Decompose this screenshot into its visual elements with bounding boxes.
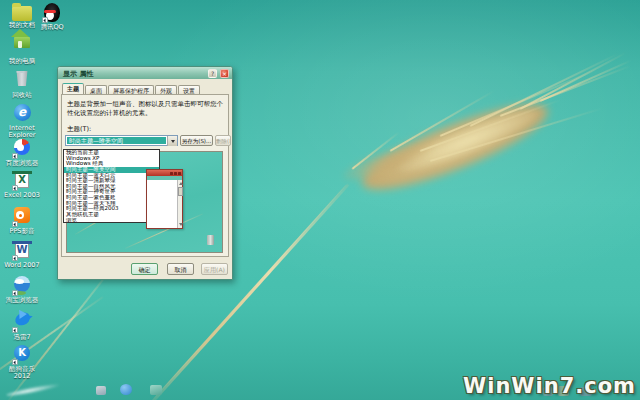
preview-recycle-bin-icon	[207, 235, 214, 245]
desktop-icon-taobao-browser[interactable]: 淘宝浏览器	[0, 276, 44, 304]
desktop-icon-internet-explorer[interactable]: e Internet Explorer	[0, 104, 44, 139]
shortcut-arrow-icon	[12, 221, 18, 227]
desktop-icon-kugou[interactable]: K 酷狗音乐 2012	[0, 345, 44, 380]
desktop-icon-label: Excel 2003	[0, 192, 44, 199]
apply-button: 应用(A)	[201, 263, 228, 275]
sample-minimize-icon	[170, 172, 173, 175]
desktop-icon-label: 腾讯QQ	[30, 24, 74, 31]
quick-launch-icon-3[interactable]	[150, 385, 162, 395]
desktop-icon-label: 百度浏览器	[0, 160, 44, 167]
ok-button[interactable]: 确定	[131, 263, 158, 275]
close-button[interactable]: ×	[220, 69, 229, 78]
desktop-icon-label: Internet Explorer	[0, 125, 44, 139]
shortcut-arrow-icon	[12, 255, 18, 261]
desktop-icon-label: 淘宝浏览器	[0, 297, 44, 304]
desktop-icon-label: PPS影音	[0, 228, 44, 235]
preview-sample-window	[146, 169, 183, 229]
theme-combobox-value: 时尚主题—唯美空间	[67, 137, 166, 144]
shortcut-arrow-icon	[12, 359, 18, 365]
shortcut-arrow-icon	[12, 327, 18, 333]
quick-launch-icon-1[interactable]	[96, 386, 106, 395]
desktop-icon-label: 迅雷7	[0, 334, 44, 341]
recycle-bin-icon	[16, 71, 29, 86]
internet-explorer-icon: e	[14, 104, 31, 121]
scroll-down-icon	[179, 223, 183, 226]
delete-button: 删除(D)	[215, 135, 231, 146]
display-properties-dialog: 显示 属性 ? × 主题 桌面 屏幕保护程序 外观 设置 主题是背景加一组声音、…	[57, 66, 233, 280]
desktop-icon-pps[interactable]: PPS影音	[0, 207, 44, 235]
desktop-icon-recycle-bin[interactable]: 回收站	[0, 71, 44, 99]
chevron-down-icon[interactable]	[167, 136, 177, 146]
dialog-titlebar[interactable]: 显示 属性 ? ×	[58, 67, 232, 79]
desktop-icon-xunlei[interactable]: 迅雷7	[0, 311, 44, 341]
sample-maximize-icon	[174, 172, 177, 175]
shortcut-arrow-icon	[12, 185, 18, 191]
desktop-icon-label: 回收站	[0, 92, 44, 99]
desktop-icon-label: 我的电脑	[0, 58, 44, 65]
desktop-icon-label: Word 2007	[0, 262, 44, 269]
desktop-icon-my-computer[interactable]: 我的电脑	[0, 37, 44, 65]
desktop-icon-excel[interactable]: X Excel 2003	[0, 171, 44, 199]
dialog-title: 显示 属性	[63, 69, 93, 79]
help-button[interactable]: ?	[208, 69, 217, 78]
wheat-awn	[540, 59, 632, 101]
desktop-icon-baidu-browser[interactable]: 百度浏览器	[0, 139, 44, 167]
save-as-button[interactable]: 另存为(S)...	[180, 135, 213, 146]
theme-label: 主题(T):	[67, 125, 91, 134]
sample-window-scrollbar	[177, 180, 182, 228]
wheat-awn	[520, 52, 627, 110]
xunlei-icon	[13, 311, 31, 326]
quick-launch-icon-2[interactable]	[120, 384, 132, 395]
desktop-icon-qq[interactable]: 腾讯QQ	[30, 3, 74, 31]
shortcut-arrow-icon	[12, 153, 18, 159]
theme-combobox[interactable]: 时尚主题—唯美空间	[65, 135, 178, 146]
dropdown-item[interactable]: 浏览	[64, 218, 159, 223]
desktop-icon-word[interactable]: W Word 2007	[0, 241, 44, 269]
my-computer-icon	[14, 37, 30, 48]
sample-close-icon	[178, 172, 181, 175]
scroll-thumb	[178, 187, 183, 196]
cancel-button[interactable]: 取消	[167, 263, 194, 275]
my-documents-icon	[12, 6, 32, 21]
desktop-icon-label: 酷狗音乐 2012	[0, 366, 44, 380]
shortcut-arrow-icon	[42, 17, 48, 23]
shortcut-arrow-icon	[12, 290, 18, 296]
watermark: WinWin7.com	[463, 374, 636, 398]
theme-description: 主题是背景加一组声音、图标以及只需单击即可帮您个性化设置您的计算机的元素。	[67, 100, 225, 117]
desktop: 我的文档 腾讯QQ 我的电脑 回收站 e Internet Explorer 百…	[0, 0, 640, 400]
scroll-up-icon	[179, 182, 183, 185]
